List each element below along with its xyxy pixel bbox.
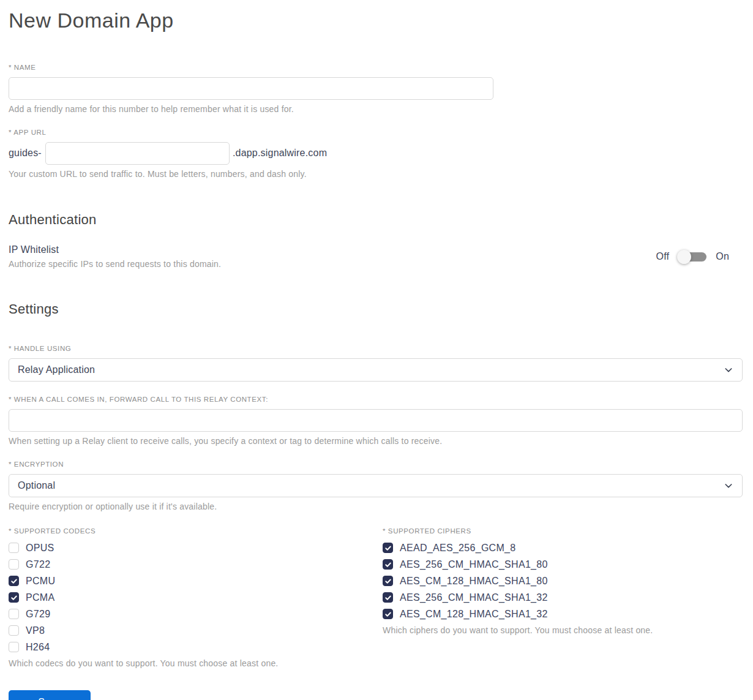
checkbox-option-g729[interactable]: G729 bbox=[9, 609, 383, 620]
checkbox-checked-icon[interactable] bbox=[383, 592, 393, 603]
checkbox-label: PCMA bbox=[26, 592, 54, 603]
codecs-checkbox-list: OPUSG722PCMUPCMAG729VP8H264 bbox=[9, 543, 383, 653]
checkbox-checked-icon[interactable] bbox=[383, 543, 393, 553]
name-label: * NAME bbox=[9, 64, 743, 71]
checkbox-label: PCMU bbox=[26, 576, 55, 587]
handle-using-select[interactable]: Relay Application bbox=[9, 358, 743, 382]
ciphers-helper: Which ciphers do you want to support. Yo… bbox=[383, 625, 743, 635]
ip-whitelist-helper: Authorize specific IPs to send requests … bbox=[9, 259, 221, 269]
switch-off-label: Off bbox=[656, 251, 670, 262]
checkbox-checked-icon[interactable] bbox=[383, 559, 393, 570]
authentication-section: Authentication IP Whitelist Authorize sp… bbox=[9, 212, 743, 269]
save-button[interactable]: Save bbox=[9, 690, 91, 700]
relay-context-label: * WHEN A CALL COMES IN, FORWARD CALL TO … bbox=[9, 396, 743, 403]
encryption-select[interactable]: Optional bbox=[9, 474, 743, 497]
app-url-helper: Your custom URL to send traffic to. Must… bbox=[9, 169, 743, 179]
app-url-row: guides- .dapp.signalwire.com bbox=[9, 142, 743, 165]
encryption-group: * ENCRYPTION Optional Require encryption… bbox=[9, 461, 743, 511]
checkbox-label: G722 bbox=[26, 559, 50, 570]
settings-section: Settings * HANDLE USING Relay Applicatio… bbox=[9, 301, 743, 700]
handle-using-group: * HANDLE USING Relay Application bbox=[9, 345, 743, 382]
authentication-heading: Authentication bbox=[9, 212, 743, 228]
checkbox-label: AES_256_CM_HMAC_SHA1_32 bbox=[400, 592, 548, 603]
supported-ciphers-group: * SUPPORTED CIPHERS AEAD_AES_256_GCM_8AE… bbox=[383, 527, 743, 635]
checkbox-checked-icon[interactable] bbox=[383, 576, 393, 586]
name-input[interactable] bbox=[9, 77, 493, 100]
new-domain-app-form: New Domain App * NAME Add a friendly nam… bbox=[0, 0, 753, 700]
supported-codecs-group: * SUPPORTED CODECS OPUSG722PCMUPCMAG729V… bbox=[9, 527, 383, 668]
checkbox-label: VP8 bbox=[26, 625, 45, 636]
checkbox-option-pcmu[interactable]: PCMU bbox=[9, 576, 383, 587]
codecs-ciphers-row: * SUPPORTED CODECS OPUSG722PCMUPCMAG729V… bbox=[9, 527, 743, 668]
checkbox-label: G729 bbox=[26, 609, 50, 620]
switch-on-label: On bbox=[716, 251, 729, 262]
ip-whitelist-row: IP Whitelist Authorize specific IPs to s… bbox=[9, 244, 743, 269]
checkbox-label: AEAD_AES_256_GCM_8 bbox=[400, 543, 516, 554]
checkbox-option-aes_256_cm_hmac_sha1_32[interactable]: AES_256_CM_HMAC_SHA1_32 bbox=[383, 592, 743, 603]
name-helper: Add a friendly name for this number to h… bbox=[9, 104, 743, 114]
relay-context-helper: When setting up a Relay client to receiv… bbox=[9, 436, 743, 446]
checkbox-option-pcma[interactable]: PCMA bbox=[9, 592, 383, 603]
checkbox-unchecked-icon[interactable] bbox=[9, 559, 19, 570]
app-url-input[interactable] bbox=[45, 142, 230, 165]
checkbox-label: AES_256_CM_HMAC_SHA1_80 bbox=[400, 559, 548, 570]
toggle-knob[interactable] bbox=[677, 250, 691, 264]
app-url-suffix: .dapp.signalwire.com bbox=[233, 148, 327, 159]
supported-codecs-label: * SUPPORTED CODECS bbox=[9, 527, 383, 535]
supported-ciphers-label: * SUPPORTED CIPHERS bbox=[383, 527, 743, 535]
checkbox-label: AES_CM_128_HMAC_SHA1_80 bbox=[400, 576, 548, 587]
name-field-group: * NAME Add a friendly name for this numb… bbox=[9, 64, 743, 114]
ip-whitelist-text: IP Whitelist Authorize specific IPs to s… bbox=[9, 244, 221, 269]
checkbox-checked-icon[interactable] bbox=[9, 576, 19, 586]
checkbox-option-h264[interactable]: H264 bbox=[9, 642, 383, 653]
encryption-label: * ENCRYPTION bbox=[9, 461, 743, 468]
encryption-value: Optional bbox=[18, 480, 55, 491]
handle-using-value: Relay Application bbox=[18, 364, 95, 375]
ip-whitelist-label: IP Whitelist bbox=[9, 244, 221, 255]
app-url-prefix: guides- bbox=[9, 148, 42, 159]
checkbox-option-opus[interactable]: OPUS bbox=[9, 543, 383, 554]
settings-heading: Settings bbox=[9, 301, 743, 317]
ip-whitelist-switch-row: Off On bbox=[656, 250, 729, 263]
ip-whitelist-toggle[interactable] bbox=[678, 250, 706, 263]
checkbox-label: AES_CM_128_HMAC_SHA1_32 bbox=[400, 609, 548, 620]
codecs-helper: Which codecs do you want to support. You… bbox=[9, 658, 383, 668]
checkbox-unchecked-icon[interactable] bbox=[9, 609, 19, 619]
encryption-helper: Require encryption or optionally use it … bbox=[9, 502, 743, 511]
app-url-label: * APP URL bbox=[9, 129, 743, 136]
checkbox-option-aead_aes_256_gcm_8[interactable]: AEAD_AES_256_GCM_8 bbox=[383, 543, 743, 554]
checkbox-option-aes_cm_128_hmac_sha1_32[interactable]: AES_CM_128_HMAC_SHA1_32 bbox=[383, 609, 743, 620]
checkbox-checked-icon[interactable] bbox=[9, 592, 19, 603]
checkbox-option-aes_cm_128_hmac_sha1_80[interactable]: AES_CM_128_HMAC_SHA1_80 bbox=[383, 576, 743, 587]
relay-context-input[interactable] bbox=[9, 409, 743, 432]
checkbox-label: H264 bbox=[26, 642, 50, 653]
chevron-down-icon bbox=[724, 481, 733, 491]
handle-using-label: * HANDLE USING bbox=[9, 345, 743, 352]
checkbox-unchecked-icon[interactable] bbox=[9, 642, 19, 652]
checkbox-option-aes_256_cm_hmac_sha1_80[interactable]: AES_256_CM_HMAC_SHA1_80 bbox=[383, 559, 743, 570]
chevron-down-icon bbox=[724, 365, 733, 375]
checkbox-unchecked-icon[interactable] bbox=[9, 543, 19, 553]
checkbox-option-vp8[interactable]: VP8 bbox=[9, 625, 383, 636]
app-url-field-group: * APP URL guides- .dapp.signalwire.com Y… bbox=[9, 129, 743, 179]
checkbox-label: OPUS bbox=[26, 543, 54, 554]
checkbox-unchecked-icon[interactable] bbox=[9, 625, 19, 636]
ciphers-checkbox-list: AEAD_AES_256_GCM_8AES_256_CM_HMAC_SHA1_8… bbox=[383, 543, 743, 620]
checkbox-option-g722[interactable]: G722 bbox=[9, 559, 383, 570]
checkbox-checked-icon[interactable] bbox=[383, 609, 393, 619]
relay-context-group: * WHEN A CALL COMES IN, FORWARD CALL TO … bbox=[9, 396, 743, 446]
page-title: New Domain App bbox=[9, 7, 743, 34]
